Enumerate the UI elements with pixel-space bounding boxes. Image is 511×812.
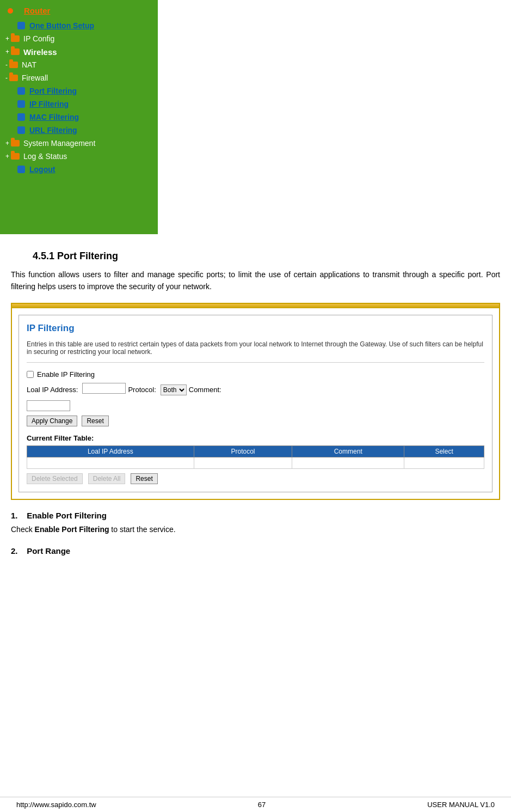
top-section: Router One Button Setup + IP Config + Wi… <box>0 0 511 234</box>
sidebar-item-log-status[interactable]: + Log & Status <box>0 150 158 163</box>
ip-filter-inner: IP Filtering Entries in this table are u… <box>19 315 492 492</box>
sidebar-item-label: NAT <box>22 60 36 69</box>
sidebar-item-ip-config[interactable]: + IP Config <box>0 32 158 45</box>
intro-paragraph: This function allows users to filter and… <box>11 268 500 293</box>
table-btn-row: Delete Selected Delete All Reset <box>27 473 484 484</box>
numbered-para-1: Check Enable Port Filtering to start the… <box>11 523 500 535</box>
heading-text-1: Enable Port Filtering <box>27 511 107 520</box>
section-heading: 4.5.1 Port Filtering <box>33 251 500 262</box>
sidebar-item-ip-filtering[interactable]: IP Filtering <box>0 97 158 111</box>
filter-table-label: Current Filter Table: <box>27 434 484 442</box>
folder-icon <box>9 60 19 70</box>
gear-icon <box>16 164 26 174</box>
enable-filter-row: Enable IP Filtering <box>27 370 484 378</box>
footer-page: 67 <box>258 801 266 809</box>
sidebar-item-label: Logout <box>29 165 55 174</box>
filter-table-section: Current Filter Table: Loal IP Address Pr… <box>27 434 484 484</box>
table-header-comment: Comment <box>292 445 404 457</box>
plus-icon: + <box>5 35 9 42</box>
sidebar-item-one-button-setup[interactable]: One Button Setup <box>0 19 158 32</box>
second-input-row <box>27 400 484 411</box>
sidebar-item-port-filtering[interactable]: Port Filtering <box>0 84 158 97</box>
plus-icon: + <box>5 139 9 147</box>
local-ip-label: Loal IP Address: <box>27 386 78 394</box>
sidebar-item-label: Log & Status <box>23 152 67 161</box>
protocol-select[interactable]: Both TCP UDP <box>161 384 187 395</box>
sidebar-item-label: System Management <box>23 139 95 148</box>
bold-enable: Enable Port Filtering <box>35 525 109 534</box>
sidebar-item-firewall[interactable]: - Firewall <box>0 71 158 84</box>
sidebar-item-router[interactable]: Router <box>0 2 158 19</box>
apply-change-button[interactable]: Apply Change <box>27 416 77 426</box>
screenshot-box: IP Filtering Entries in this table are u… <box>11 303 500 500</box>
sidebar-item-url-filtering[interactable]: URL Filtering <box>0 124 158 137</box>
table-header-select: Select <box>404 445 484 457</box>
numbered-section-1: 1. Enable Port Filtering Check Enable Po… <box>11 511 500 535</box>
folder-icon <box>10 34 20 44</box>
numbered-section-2: 2. Port Range <box>11 546 500 555</box>
table-row <box>27 457 484 468</box>
plus-icon: + <box>5 152 9 160</box>
gear-icon <box>16 112 26 122</box>
sidebar-item-label: Wireless <box>23 47 57 57</box>
content-area: 4.5.1 Port Filtering This function allow… <box>0 234 511 565</box>
folder-open-icon <box>9 73 19 83</box>
protocol-label: Protocol: <box>128 386 156 394</box>
sidebar-item-logout[interactable]: Logout <box>0 163 158 176</box>
footer: http://www.sapido.com.tw 67 USER MANUAL … <box>0 797 511 812</box>
sidebar-item-label: Port Filtering <box>29 87 77 95</box>
gear-icon <box>16 86 26 96</box>
ip-filter-screenshot: IP Filtering Entries in this table are u… <box>11 303 500 500</box>
sidebar-item-label: IP Config <box>23 34 54 43</box>
reset-table-button[interactable]: Reset <box>131 473 157 484</box>
numbered-heading-2: 2. Port Range <box>11 546 500 555</box>
delete-all-button[interactable]: Delete All <box>88 473 126 484</box>
second-ip-input[interactable] <box>27 400 70 411</box>
sidebar-item-nat[interactable]: - NAT <box>0 58 158 71</box>
minus-icon: - <box>5 61 8 69</box>
footer-left: http://www.sapido.com.tw <box>16 801 96 809</box>
main-top-area <box>158 0 511 234</box>
enable-ip-label: Enable IP Filtering <box>37 370 95 378</box>
sidebar-item-label: One Button Setup <box>29 21 94 30</box>
number-1: 1. <box>11 511 18 520</box>
numbered-heading-1: 1. Enable Port Filtering <box>11 511 500 520</box>
enable-ip-filtering-checkbox[interactable] <box>27 371 34 378</box>
router-icon <box>5 6 15 16</box>
minus-icon: - <box>5 74 8 82</box>
filter-table: Loal IP Address Protocol Comment Select <box>27 445 484 469</box>
screenshot-topbar <box>12 304 499 308</box>
gear-icon <box>16 125 26 135</box>
local-ip-input[interactable] <box>82 383 126 394</box>
folder-icon <box>10 151 20 161</box>
sidebar: Router One Button Setup + IP Config + Wi… <box>0 0 158 234</box>
sidebar-item-wireless[interactable]: + Wireless <box>0 45 158 58</box>
table-header-ip: Loal IP Address <box>27 445 194 457</box>
delete-selected-button[interactable]: Delete Selected <box>27 473 83 484</box>
heading-text-2: Port Range <box>27 546 70 555</box>
sidebar-item-system-management[interactable]: + System Management <box>0 137 158 150</box>
folder-icon <box>10 47 20 57</box>
plus-icon: + <box>5 48 9 56</box>
comment-label: Comment: <box>189 386 221 394</box>
sidebar-item-label: URL Filtering <box>29 126 77 135</box>
number-2: 2. <box>11 546 18 555</box>
folder-icon <box>10 138 20 148</box>
sidebar-title: Router <box>19 4 56 17</box>
table-header-protocol: Protocol <box>194 445 292 457</box>
gear-icon <box>16 21 26 30</box>
ip-filter-title: IP Filtering <box>27 323 484 334</box>
reset-button[interactable]: Reset <box>82 416 108 426</box>
sidebar-item-label: Firewall <box>22 74 48 82</box>
sidebar-item-mac-filtering[interactable]: MAC Filtering <box>0 111 158 124</box>
sidebar-item-label: MAC Filtering <box>29 113 79 121</box>
sidebar-item-label: IP Filtering <box>29 100 69 108</box>
local-ip-row: Loal IP Address: Protocol: Both TCP UDP … <box>27 383 484 397</box>
gear-icon <box>16 99 26 109</box>
ip-filter-desc: Entries in this table are used to restri… <box>27 340 484 363</box>
footer-right: USER MANUAL V1.0 <box>427 801 495 809</box>
form-buttons-row: Apply Change Reset <box>27 416 484 426</box>
